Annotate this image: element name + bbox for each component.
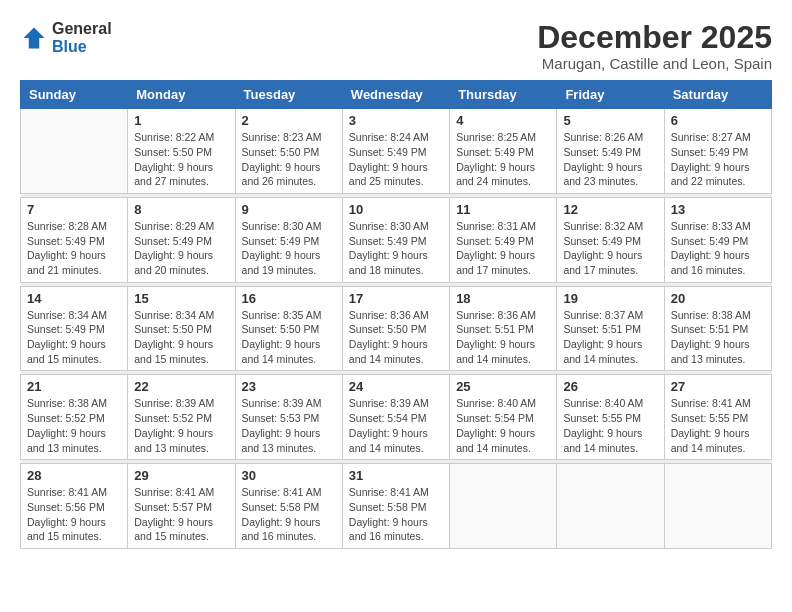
calendar-cell (21, 109, 128, 194)
day-number: 11 (456, 202, 550, 217)
day-info: Sunrise: 8:39 AMSunset: 5:52 PMDaylight:… (134, 396, 228, 455)
day-info: Sunrise: 8:37 AMSunset: 5:51 PMDaylight:… (563, 308, 657, 367)
day-info: Sunrise: 8:27 AMSunset: 5:49 PMDaylight:… (671, 130, 765, 189)
calendar-cell: 28Sunrise: 8:41 AMSunset: 5:56 PMDayligh… (21, 464, 128, 549)
weekday-header-monday: Monday (128, 81, 235, 109)
day-number: 10 (349, 202, 443, 217)
calendar-cell: 11Sunrise: 8:31 AMSunset: 5:49 PMDayligh… (450, 197, 557, 282)
day-info: Sunrise: 8:33 AMSunset: 5:49 PMDaylight:… (671, 219, 765, 278)
day-info: Sunrise: 8:30 AMSunset: 5:49 PMDaylight:… (242, 219, 336, 278)
day-info: Sunrise: 8:22 AMSunset: 5:50 PMDaylight:… (134, 130, 228, 189)
day-number: 25 (456, 379, 550, 394)
day-info: Sunrise: 8:34 AMSunset: 5:49 PMDaylight:… (27, 308, 121, 367)
day-info: Sunrise: 8:41 AMSunset: 5:57 PMDaylight:… (134, 485, 228, 544)
weekday-header-thursday: Thursday (450, 81, 557, 109)
logo-icon (20, 24, 48, 52)
day-info: Sunrise: 8:23 AMSunset: 5:50 PMDaylight:… (242, 130, 336, 189)
day-number: 27 (671, 379, 765, 394)
page-subtitle: Marugan, Castille and Leon, Spain (537, 55, 772, 72)
day-number: 9 (242, 202, 336, 217)
calendar-cell: 23Sunrise: 8:39 AMSunset: 5:53 PMDayligh… (235, 375, 342, 460)
day-info: Sunrise: 8:34 AMSunset: 5:50 PMDaylight:… (134, 308, 228, 367)
calendar-cell: 3Sunrise: 8:24 AMSunset: 5:49 PMDaylight… (342, 109, 449, 194)
calendar-cell: 27Sunrise: 8:41 AMSunset: 5:55 PMDayligh… (664, 375, 771, 460)
calendar-body: 1Sunrise: 8:22 AMSunset: 5:50 PMDaylight… (21, 109, 772, 549)
day-number: 18 (456, 291, 550, 306)
day-number: 1 (134, 113, 228, 128)
day-number: 20 (671, 291, 765, 306)
day-number: 8 (134, 202, 228, 217)
logo-text: General Blue (52, 20, 112, 55)
calendar-table: SundayMondayTuesdayWednesdayThursdayFrid… (20, 80, 772, 549)
calendar-cell: 7Sunrise: 8:28 AMSunset: 5:49 PMDaylight… (21, 197, 128, 282)
page-container: General Blue December 2025 Marugan, Cast… (20, 20, 772, 549)
day-number: 7 (27, 202, 121, 217)
calendar-cell (664, 464, 771, 549)
day-info: Sunrise: 8:41 AMSunset: 5:56 PMDaylight:… (27, 485, 121, 544)
day-info: Sunrise: 8:28 AMSunset: 5:49 PMDaylight:… (27, 219, 121, 278)
day-number: 21 (27, 379, 121, 394)
day-number: 12 (563, 202, 657, 217)
day-info: Sunrise: 8:30 AMSunset: 5:49 PMDaylight:… (349, 219, 443, 278)
calendar-cell: 9Sunrise: 8:30 AMSunset: 5:49 PMDaylight… (235, 197, 342, 282)
day-number: 5 (563, 113, 657, 128)
weekday-header-wednesday: Wednesday (342, 81, 449, 109)
calendar-cell: 10Sunrise: 8:30 AMSunset: 5:49 PMDayligh… (342, 197, 449, 282)
day-number: 28 (27, 468, 121, 483)
calendar-cell: 17Sunrise: 8:36 AMSunset: 5:50 PMDayligh… (342, 286, 449, 371)
day-info: Sunrise: 8:26 AMSunset: 5:49 PMDaylight:… (563, 130, 657, 189)
day-number: 16 (242, 291, 336, 306)
calendar-cell: 8Sunrise: 8:29 AMSunset: 5:49 PMDaylight… (128, 197, 235, 282)
day-number: 26 (563, 379, 657, 394)
calendar-cell: 20Sunrise: 8:38 AMSunset: 5:51 PMDayligh… (664, 286, 771, 371)
logo-blue-label: Blue (52, 38, 112, 56)
day-info: Sunrise: 8:41 AMSunset: 5:58 PMDaylight:… (242, 485, 336, 544)
title-area: December 2025 Marugan, Castille and Leon… (537, 20, 772, 72)
day-info: Sunrise: 8:39 AMSunset: 5:54 PMDaylight:… (349, 396, 443, 455)
calendar-cell: 30Sunrise: 8:41 AMSunset: 5:58 PMDayligh… (235, 464, 342, 549)
day-number: 13 (671, 202, 765, 217)
header: General Blue December 2025 Marugan, Cast… (20, 20, 772, 72)
weekday-header-tuesday: Tuesday (235, 81, 342, 109)
day-info: Sunrise: 8:40 AMSunset: 5:55 PMDaylight:… (563, 396, 657, 455)
weekday-header-saturday: Saturday (664, 81, 771, 109)
calendar-cell: 12Sunrise: 8:32 AMSunset: 5:49 PMDayligh… (557, 197, 664, 282)
calendar-cell: 2Sunrise: 8:23 AMSunset: 5:50 PMDaylight… (235, 109, 342, 194)
day-info: Sunrise: 8:35 AMSunset: 5:50 PMDaylight:… (242, 308, 336, 367)
calendar-cell: 19Sunrise: 8:37 AMSunset: 5:51 PMDayligh… (557, 286, 664, 371)
calendar-week-row: 14Sunrise: 8:34 AMSunset: 5:49 PMDayligh… (21, 286, 772, 371)
calendar-cell: 18Sunrise: 8:36 AMSunset: 5:51 PMDayligh… (450, 286, 557, 371)
calendar-cell: 5Sunrise: 8:26 AMSunset: 5:49 PMDaylight… (557, 109, 664, 194)
day-info: Sunrise: 8:39 AMSunset: 5:53 PMDaylight:… (242, 396, 336, 455)
day-info: Sunrise: 8:32 AMSunset: 5:49 PMDaylight:… (563, 219, 657, 278)
day-info: Sunrise: 8:38 AMSunset: 5:51 PMDaylight:… (671, 308, 765, 367)
day-number: 6 (671, 113, 765, 128)
logo-general-label: General (52, 20, 112, 38)
calendar-cell: 21Sunrise: 8:38 AMSunset: 5:52 PMDayligh… (21, 375, 128, 460)
calendar-cell: 14Sunrise: 8:34 AMSunset: 5:49 PMDayligh… (21, 286, 128, 371)
day-number: 24 (349, 379, 443, 394)
calendar-cell: 1Sunrise: 8:22 AMSunset: 5:50 PMDaylight… (128, 109, 235, 194)
day-info: Sunrise: 8:38 AMSunset: 5:52 PMDaylight:… (27, 396, 121, 455)
weekday-header-sunday: Sunday (21, 81, 128, 109)
calendar-cell: 26Sunrise: 8:40 AMSunset: 5:55 PMDayligh… (557, 375, 664, 460)
day-info: Sunrise: 8:25 AMSunset: 5:49 PMDaylight:… (456, 130, 550, 189)
day-number: 19 (563, 291, 657, 306)
calendar-header: SundayMondayTuesdayWednesdayThursdayFrid… (21, 81, 772, 109)
svg-marker-0 (24, 27, 45, 48)
calendar-week-row: 21Sunrise: 8:38 AMSunset: 5:52 PMDayligh… (21, 375, 772, 460)
calendar-cell (450, 464, 557, 549)
calendar-cell: 29Sunrise: 8:41 AMSunset: 5:57 PMDayligh… (128, 464, 235, 549)
calendar-week-row: 28Sunrise: 8:41 AMSunset: 5:56 PMDayligh… (21, 464, 772, 549)
day-info: Sunrise: 8:41 AMSunset: 5:55 PMDaylight:… (671, 396, 765, 455)
day-number: 4 (456, 113, 550, 128)
calendar-cell: 22Sunrise: 8:39 AMSunset: 5:52 PMDayligh… (128, 375, 235, 460)
day-number: 30 (242, 468, 336, 483)
calendar-cell: 25Sunrise: 8:40 AMSunset: 5:54 PMDayligh… (450, 375, 557, 460)
calendar-cell: 24Sunrise: 8:39 AMSunset: 5:54 PMDayligh… (342, 375, 449, 460)
day-number: 31 (349, 468, 443, 483)
day-info: Sunrise: 8:36 AMSunset: 5:50 PMDaylight:… (349, 308, 443, 367)
calendar-cell: 13Sunrise: 8:33 AMSunset: 5:49 PMDayligh… (664, 197, 771, 282)
calendar-cell: 16Sunrise: 8:35 AMSunset: 5:50 PMDayligh… (235, 286, 342, 371)
calendar-cell: 15Sunrise: 8:34 AMSunset: 5:50 PMDayligh… (128, 286, 235, 371)
